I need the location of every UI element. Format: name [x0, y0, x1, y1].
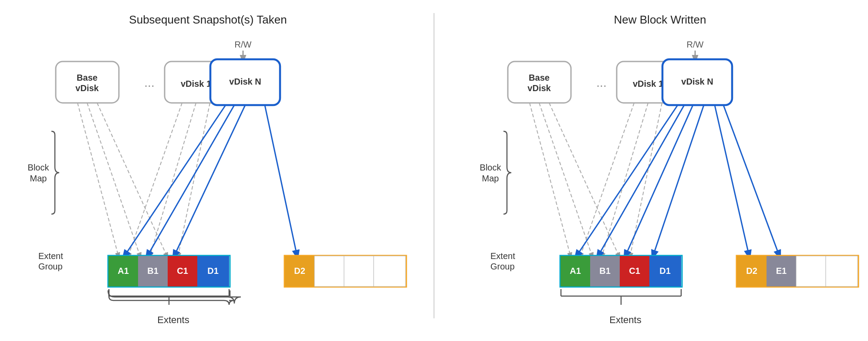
svg-rect-25 — [374, 256, 405, 286]
svg-text:Group: Group — [38, 262, 63, 271]
right-diagram-svg: R/W Base vDisk ... vDisk 1 — [482, 35, 839, 323]
vdiskN-label-left: vDisk N — [229, 77, 261, 86]
block-a1-left: A1 — [118, 266, 129, 276]
main-container: Subsequent Snapshot(s) Taken R/W Base vD… — [0, 0, 868, 341]
svg-rect-57 — [796, 256, 826, 286]
vdiskN-label-right: vDisk N — [681, 77, 713, 86]
svg-line-8 — [128, 103, 182, 258]
svg-line-10 — [178, 103, 210, 258]
svg-line-42 — [575, 105, 678, 258]
block-d2-right: D2 — [746, 266, 757, 276]
svg-rect-24 — [344, 256, 374, 286]
base-vdisk-sublabel-left: vDisk — [75, 83, 99, 93]
extent-group-label-right: Extent — [490, 251, 515, 261]
svg-line-39 — [580, 103, 634, 258]
block-b1-right: B1 — [599, 266, 611, 276]
svg-rect-23 — [314, 256, 344, 286]
svg-text:Group: Group — [490, 262, 515, 271]
block-a1-right: A1 — [570, 266, 581, 276]
block-d1-left: D1 — [207, 266, 219, 276]
panel-separator — [433, 13, 435, 318]
base-vdisk-label-left: Base — [77, 73, 98, 82]
dots-right: ... — [596, 76, 606, 89]
block-d1-right: D1 — [659, 266, 671, 276]
rw-label-left: R/W — [234, 40, 251, 49]
block-map-label-left: Block — [27, 163, 49, 172]
base-vdisk-label-right: Base — [529, 73, 550, 82]
svg-line-5 — [78, 103, 119, 258]
extents-label-right: Extents — [609, 314, 641, 325]
svg-line-9 — [149, 103, 196, 258]
panel-right: New Block Written R/W Base vDisk ... — [469, 13, 851, 328]
svg-text:Map: Map — [30, 174, 47, 183]
svg-line-14 — [265, 105, 297, 258]
svg-text:vDisk: vDisk — [527, 83, 551, 93]
block-c1-left: C1 — [177, 266, 188, 276]
panel-left-title: Subsequent Snapshot(s) Taken — [129, 13, 287, 27]
block-b1-left: B1 — [147, 266, 159, 276]
block-c1-right: C1 — [629, 266, 640, 276]
svg-line-36 — [530, 103, 571, 258]
rw-label-right: R/W — [686, 40, 703, 49]
svg-line-45 — [652, 105, 704, 258]
svg-line-44 — [625, 105, 693, 258]
panel-right-title: New Block Written — [614, 13, 706, 27]
block-d2-left: D2 — [294, 266, 305, 276]
extent-group-label-left: Extent — [38, 251, 63, 261]
vdisk1-label-left: vDisk 1 — [180, 79, 211, 89]
svg-text:Map: Map — [482, 174, 499, 183]
vdisk1-label-right: vDisk 1 — [632, 79, 663, 89]
block-e1-right: E1 — [776, 266, 786, 276]
left-diagram-svg: R/W Base vDisk ... vDisk 1 vDisk N Block… — [30, 35, 387, 323]
svg-line-12 — [146, 105, 234, 258]
svg-rect-58 — [826, 256, 858, 286]
block-map-label-right: Block — [480, 163, 501, 172]
extents-label-left: Extents — [157, 314, 189, 325]
panel-left: Subsequent Snapshot(s) Taken R/W Base vD… — [17, 13, 399, 328]
svg-line-11 — [123, 105, 226, 258]
svg-line-13 — [173, 105, 245, 258]
dots-left: ... — [144, 76, 154, 89]
